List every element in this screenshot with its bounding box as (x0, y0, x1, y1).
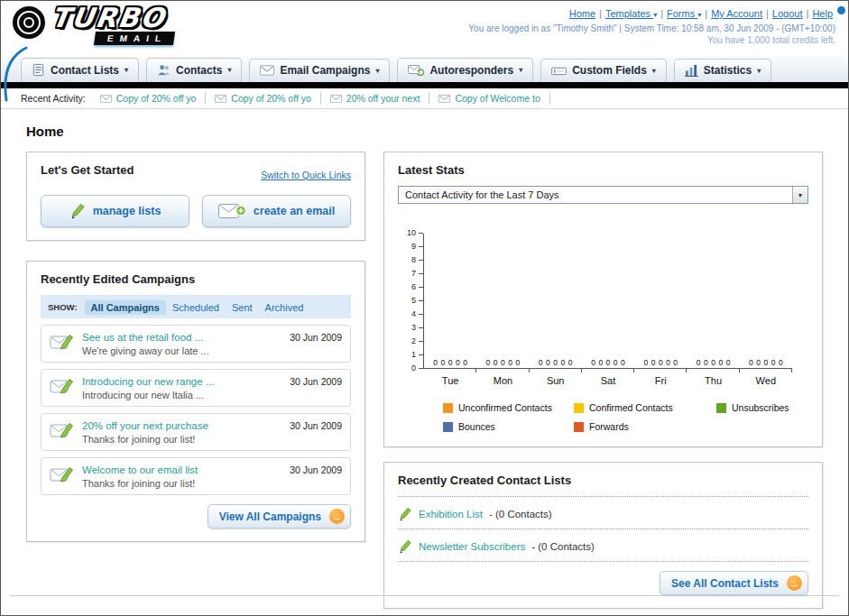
tab-label: Autoresponders (429, 64, 513, 77)
tab-contacts[interactable]: Contacts▾ (146, 58, 242, 82)
contact-list-link[interactable]: Exhibition List (419, 509, 483, 519)
header-link-my-account[interactable]: My Account (711, 8, 762, 19)
bar-value-label: 0 (546, 358, 550, 367)
campaign-date: 30 Jun 2009 (290, 464, 342, 475)
header-link-forms[interactable]: Forms ▾ (667, 8, 701, 19)
contact-list-item: Newsletter Subscribers- (0 Contacts) (398, 535, 808, 556)
filter-sent[interactable]: Sent (226, 300, 259, 315)
header-link-home[interactable]: Home (569, 8, 595, 19)
see-all-contact-lists-label: See All Contact Lists (671, 577, 779, 590)
campaign-filters: All CampaignsScheduledSentArchived (85, 299, 310, 315)
chart-plot-area: 00000000000000000000000000000000000 (423, 234, 792, 369)
filter-scheduled[interactable]: Scheduled (166, 300, 226, 315)
header-link-templates[interactable]: Templates ▾ (605, 8, 657, 19)
recent-activity-link[interactable]: Copy of 20% off yo (231, 93, 311, 104)
bar-value-label: 0 (501, 358, 505, 367)
legend-item: Unconfirmed Contacts (443, 402, 574, 413)
contact-list-link[interactable]: Newsletter Subscribers (419, 541, 525, 552)
campaign-title-link[interactable]: Welcome to our email list (82, 464, 198, 475)
chevron-down-icon: ▾ (653, 11, 657, 19)
legend-item: Unsubscribes (716, 402, 792, 413)
bar-value-label: 0 (614, 358, 618, 367)
pencil-icon (398, 539, 412, 554)
link-separator: | (660, 8, 663, 19)
bar-value-label: 0 (651, 358, 656, 367)
campaign-list-item[interactable]: Welcome to our email listThanks for join… (41, 457, 351, 495)
stats-bar-chart: 012345678910 000000000000000000000000000… (398, 233, 808, 432)
bar-value-label: 0 (606, 358, 611, 367)
link-separator: | (599, 8, 602, 19)
chart-day-group: 00000 (582, 234, 634, 368)
legend-swatch (443, 422, 453, 432)
chevron-down-icon: ▾ (375, 67, 379, 75)
stats-period-select[interactable]: Contact Activity for the Last 7 Days ▼ (398, 186, 808, 204)
bar-value-label: 0 (448, 358, 453, 367)
recent-activity-item[interactable]: Copy of 20% off yo (91, 92, 207, 105)
recent-activity-link[interactable]: Copy of Welcome to (455, 93, 540, 104)
campaign-title-link[interactable]: See us at the retail food ... (82, 332, 209, 343)
contacts-icon (157, 63, 171, 77)
create-email-button[interactable]: create an email (202, 195, 351, 227)
see-all-contact-lists-button[interactable]: See All Contact Lists → (660, 571, 808, 595)
bar-value-label: 0 (763, 358, 768, 367)
link-separator: | (705, 8, 707, 19)
tab-label: Contacts (176, 64, 222, 77)
contact-list-meta: - (0 Contacts) (531, 541, 595, 552)
tab-label: Email Campaigns (280, 64, 370, 77)
bar-value-label: 0 (516, 358, 521, 367)
view-all-campaigns-button[interactable]: View All Campaigns → (208, 504, 351, 529)
recent-activity-link[interactable]: Copy of 20% off yo (116, 93, 197, 104)
manage-lists-label: manage lists (93, 205, 161, 217)
bar-value-label: 0 (771, 358, 776, 367)
recent-activity-item[interactable]: 20% off your next (321, 92, 430, 105)
y-tick-label: 1 (411, 350, 416, 359)
campaign-title-link[interactable]: 20% off your next purchase (82, 420, 208, 431)
switch-quick-links-link[interactable]: Switch to Quick Links (261, 170, 351, 180)
login-info-text: You are logged in as "Timothy Smith" | S… (468, 23, 835, 33)
tab-autoresponders[interactable]: Autoresponders▾ (397, 58, 533, 82)
bar-value-label: 0 (456, 358, 460, 367)
campaign-list-item[interactable]: Introducing our new range ...Introducing… (41, 369, 351, 407)
filter-archived[interactable]: Archived (259, 300, 310, 315)
arrow-right-icon: → (787, 575, 802, 591)
link-separator: | (807, 8, 809, 19)
campaign-date: 30 Jun 2009 (290, 420, 342, 431)
chevron-down-icon: ▾ (125, 66, 128, 74)
bar-value-labels: 00000 (749, 358, 783, 367)
recent-activity-bar: Recent Activity: Copy of 20% off yoCopy … (1, 88, 848, 109)
campaign-date: 30 Jun 2009 (290, 376, 342, 387)
bar-value-label: 0 (726, 358, 731, 367)
chart-day-group: 00000 (687, 234, 739, 368)
header-link-help[interactable]: Help (812, 8, 833, 19)
envelope-plus-icon (218, 202, 246, 220)
header-link-logout[interactable]: Logout (772, 8, 803, 19)
link-separator: | (766, 8, 769, 19)
tab-statistics[interactable]: Statistics▾ (674, 59, 771, 82)
tab-custom-fields[interactable]: Custom Fields▾ (540, 59, 667, 82)
y-tick-label: 0 (411, 363, 416, 372)
campaign-list-item[interactable]: See us at the retail food ...We're givin… (41, 325, 351, 363)
recent-activity-link[interactable]: 20% off your next (346, 93, 420, 104)
campaign-list-item[interactable]: 20% off your next purchaseThanks for joi… (41, 413, 351, 451)
manage-lists-button[interactable]: manage lists (41, 195, 189, 227)
view-all-campaigns-label: View All Campaigns (219, 510, 321, 523)
campaign-title-link[interactable]: Introducing our new range ... (82, 376, 214, 387)
x-axis-label: Tue (424, 375, 476, 386)
bar-value-label: 0 (779, 358, 783, 367)
tab-contact-lists[interactable]: Contact Lists▾ (21, 58, 139, 82)
chart-day-group: 00000 (740, 234, 792, 368)
recent-activity-item[interactable]: Copy of Welcome to (429, 92, 549, 105)
legend-swatch (443, 403, 453, 413)
recent-activity-item[interactable]: Copy of 20% off yo (206, 92, 321, 105)
campaign-subtitle: Introducing our new Italia ... (82, 390, 214, 400)
y-tick-label: 4 (411, 309, 416, 318)
bar-value-label: 0 (433, 358, 438, 367)
email-campaigns-icon (260, 65, 274, 76)
tab-email-campaigns[interactable]: Email Campaigns▾ (249, 59, 390, 82)
chart-day-group: 00000 (476, 234, 529, 368)
nav-divider-bar (1, 82, 848, 88)
contact-list-meta: - (0 Contacts) (489, 509, 552, 519)
tab-label: Contact Lists (51, 64, 119, 77)
tab-label: Statistics (704, 64, 752, 77)
filter-all-campaigns[interactable]: All Campaigns (85, 300, 166, 315)
